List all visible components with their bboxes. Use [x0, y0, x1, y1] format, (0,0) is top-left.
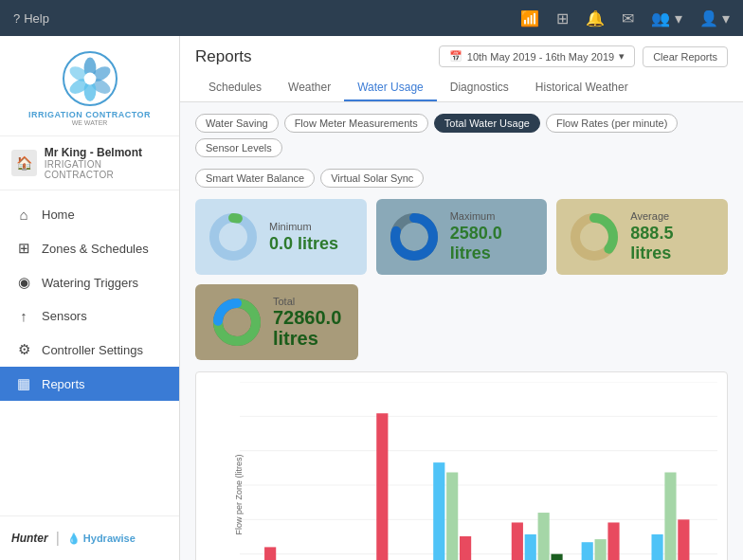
- sidebar-item-reports[interactable]: ▦ Reports: [0, 367, 179, 401]
- filter-chips-row2: Smart Water Balance Virtual Solar Sync: [195, 169, 728, 188]
- chip-sensor-levels[interactable]: Sensor Levels: [195, 138, 282, 157]
- help-label: Help: [24, 11, 49, 26]
- sidebar-nav: ⌂ Home ⊞ Zones & Schedules ◉ Watering Tr…: [0, 190, 179, 515]
- chip-flow-meter[interactable]: Flow Meter Measurements: [284, 114, 428, 133]
- sidebar-item-label: Watering Triggers: [42, 276, 138, 290]
- svg-rect-47: [538, 513, 550, 560]
- max-donut: [390, 212, 439, 262]
- clear-reports-button[interactable]: Clear Reports: [643, 46, 728, 67]
- sidebar-item-controller[interactable]: ⚙ Controller Settings: [0, 333, 179, 367]
- brand-text: IRRIGATION CONTRACTOR: [28, 110, 151, 119]
- brand-sub: WE WATER: [72, 119, 108, 126]
- tab-diagnostics[interactable]: Diagnostics: [437, 75, 522, 101]
- total-card: Total 72860.0litres: [195, 284, 358, 360]
- date-range-label: 10th May 2019 - 16th May 2019: [467, 51, 614, 63]
- chart-area: Flow per Zone (litres) 3000 2500 2000 15…: [195, 371, 728, 560]
- user-name: Mr King - Belmont: [45, 146, 168, 159]
- max-value: 2580.0 litres: [450, 224, 535, 263]
- user-details: Mr King - Belmont IRRIGATION CONTRACTOR: [45, 146, 168, 180]
- svg-rect-34: [264, 547, 276, 560]
- bell-icon[interactable]: 🔔: [586, 9, 605, 27]
- svg-point-12: [403, 226, 426, 248]
- users-icon[interactable]: 👥 ▾: [651, 9, 681, 27]
- sidebar-item-zones[interactable]: ⊞ Zones & Schedules: [0, 231, 179, 265]
- chip-smart-water[interactable]: Smart Water Balance: [195, 169, 315, 188]
- svg-point-9: [222, 226, 245, 248]
- sidebar-item-triggers[interactable]: ◉ Watering Triggers: [0, 265, 179, 299]
- top-nav: ? Help 📶 ⊞ 🔔 ✉ 👥 ▾ 👤 ▾: [0, 0, 743, 36]
- chip-flow-rates[interactable]: Flow Rates (per minute): [546, 114, 678, 133]
- user-icon[interactable]: 👤 ▾: [699, 9, 730, 27]
- controller-icon: ⚙: [15, 341, 32, 358]
- top-nav-icons: 📶 ⊞ 🔔 ✉ 👥 ▾ 👤 ▾: [520, 9, 730, 27]
- sidebar-item-home[interactable]: ⌂ Home: [0, 198, 179, 231]
- svg-point-19: [226, 311, 248, 334]
- svg-rect-48: [551, 554, 562, 560]
- avg-info: Average 888.5 litres: [630, 210, 715, 263]
- filter-chips: Water Saving Flow Meter Measurements Tot…: [195, 114, 728, 157]
- svg-rect-54: [664, 473, 676, 560]
- total-label: Total: [273, 296, 341, 307]
- svg-rect-46: [525, 534, 536, 560]
- home-icon: ⌂: [15, 207, 32, 223]
- svg-rect-43: [460, 536, 471, 560]
- help-button[interactable]: ? Help: [13, 11, 49, 26]
- hunter-logo: Hunter: [11, 532, 48, 545]
- sidebar-item-label: Sensors: [42, 309, 87, 323]
- chip-total-water-usage[interactable]: Total Water Usage: [434, 114, 540, 133]
- chip-virtual-solar[interactable]: Virtual Solar Sync: [320, 169, 424, 188]
- mail-icon[interactable]: ✉: [622, 9, 634, 27]
- calendar-icon: 📅: [449, 50, 462, 63]
- sidebar: IRRIGATION CONTRACTOR WE WATER 🏠 Mr King…: [0, 36, 180, 560]
- sidebar-item-label: Reports: [42, 377, 85, 391]
- svg-rect-55: [678, 519, 689, 560]
- stat-card-min: Minimum 0.0 litres: [195, 199, 367, 275]
- stat-card-max: Maximum 2580.0 litres: [376, 199, 548, 275]
- svg-rect-42: [446, 473, 458, 560]
- date-picker-button[interactable]: 📅 10th May 2019 - 16th May 2019 ▾: [439, 45, 635, 67]
- chart-svg: 3000 2500 2000 1500 1000 500 0: [240, 382, 717, 560]
- header-actions: 📅 10th May 2019 - 16th May 2019 ▾ Clear …: [439, 45, 728, 67]
- main-layout: IRRIGATION CONTRACTOR WE WATER 🏠 Mr King…: [0, 36, 743, 560]
- grid-icon[interactable]: ⊞: [556, 9, 569, 27]
- svg-rect-53: [651, 534, 662, 560]
- chevron-down-icon: ▾: [619, 50, 625, 63]
- tab-water-usage[interactable]: Water Usage: [344, 75, 437, 101]
- svg-point-15: [583, 226, 606, 248]
- total-donut: [212, 298, 262, 347]
- logo-circle: [63, 51, 118, 106]
- min-donut: [208, 212, 258, 262]
- stat-card-avg: Average 888.5 litres: [556, 199, 728, 275]
- user-role: IRRIGATION CONTRACTOR: [45, 159, 168, 180]
- user-avatar: 🏠: [11, 150, 37, 176]
- max-label: Maximum: [450, 210, 535, 222]
- avg-value: 888.5 litres: [630, 224, 715, 263]
- min-label: Minimum: [269, 221, 338, 232]
- svg-rect-38: [376, 413, 388, 560]
- svg-rect-45: [512, 522, 523, 560]
- min-value: 0.0 litres: [269, 234, 338, 254]
- max-info: Maximum 2580.0 litres: [450, 210, 535, 263]
- tab-schedules[interactable]: Schedules: [195, 75, 275, 101]
- wifi-icon[interactable]: 📶: [520, 9, 539, 27]
- sidebar-footer: Hunter | 💧 Hydrawise: [0, 515, 179, 560]
- content-body: Water Saving Flow Meter Measurements Tot…: [180, 102, 743, 560]
- sidebar-item-label: Home: [42, 208, 75, 222]
- chip-water-saving[interactable]: Water Saving: [195, 114, 279, 133]
- sidebar-item-sensors[interactable]: ↑ Sensors: [0, 299, 179, 333]
- logo-svg: [67, 56, 113, 101]
- sidebar-item-label: Controller Settings: [42, 343, 143, 357]
- triggers-icon: ◉: [15, 274, 32, 291]
- sidebar-logo: IRRIGATION CONTRACTOR WE WATER: [0, 36, 179, 136]
- content-header: Reports 📅 10th May 2019 - 16th May 2019 …: [180, 36, 743, 102]
- svg-rect-51: [607, 522, 619, 560]
- tab-historical-weather[interactable]: Historical Weather: [522, 75, 642, 101]
- tab-weather[interactable]: Weather: [275, 75, 344, 101]
- min-info: Minimum 0.0 litres: [269, 221, 338, 254]
- avg-donut: [570, 212, 619, 262]
- svg-rect-49: [582, 542, 593, 560]
- svg-rect-41: [433, 462, 444, 560]
- zones-icon: ⊞: [15, 240, 32, 257]
- svg-rect-50: [595, 539, 607, 560]
- stat-cards: Minimum 0.0 litres Maximum: [195, 199, 728, 275]
